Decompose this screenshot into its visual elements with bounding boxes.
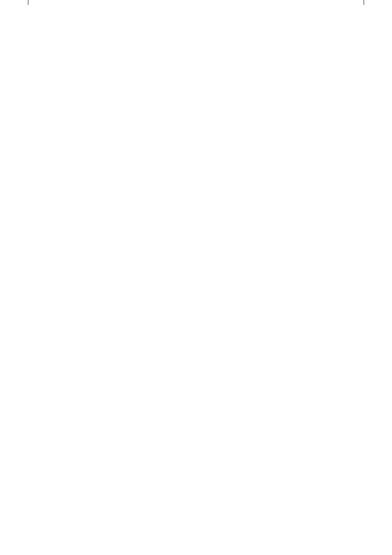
crop-mark <box>28 0 28 5</box>
sheet: 06 Editing the disc Editing a playlist V… <box>0 0 392 8</box>
crop-mark <box>364 0 364 5</box>
